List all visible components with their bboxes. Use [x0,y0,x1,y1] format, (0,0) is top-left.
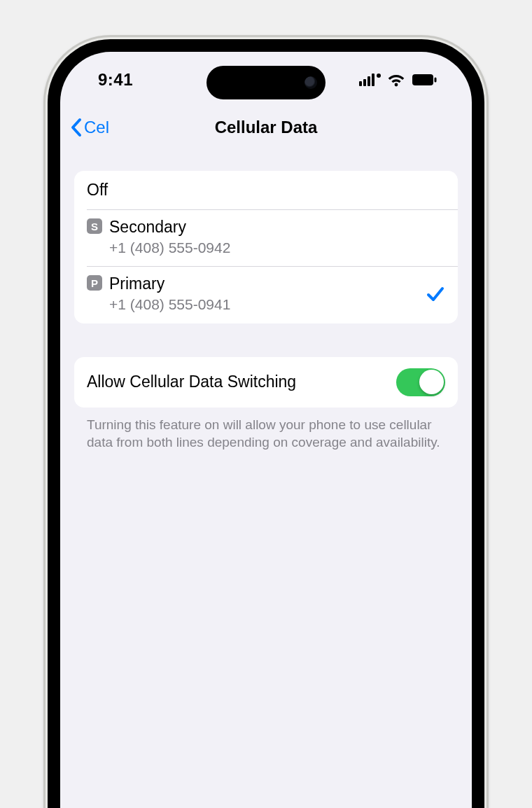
toggle-knob [419,370,444,394]
sim-text: Secondary +1 (408) 555-0942 [109,216,445,258]
allow-switching-toggle[interactable] [396,368,445,396]
device-frame: 9:41 [43,35,489,808]
wifi-icon [387,73,405,87]
sim-phone: +1 (408) 555-0942 [109,238,445,258]
sim-name: Secondary [109,216,445,238]
back-label: Cel [84,118,109,137]
svg-point-0 [395,83,398,87]
data-line-group: Off S Secondary +1 (408) 555-0942 P Prim… [74,171,458,323]
status-time: 9:41 [98,70,133,90]
checkmark-icon [426,285,445,303]
allow-switching-footer: Turning this feature on will allow your … [74,408,458,452]
back-button[interactable]: Cel [70,118,109,137]
chevron-left-icon [70,118,83,137]
status-indicators [359,73,437,87]
cellular-data-off-row[interactable]: Off [74,171,458,209]
section-spacer [74,323,458,357]
page-title: Cellular Data [215,118,318,137]
nav-bar: Cel Cellular Data [60,108,472,147]
allow-switching-row[interactable]: Allow Cellular Data Switching [74,357,458,408]
svg-rect-2 [435,78,437,83]
cellular-signal-icon [359,74,381,86]
content: Off S Secondary +1 (408) 555-0942 P Prim… [60,147,472,452]
svg-rect-1 [412,74,433,85]
device-bezel: 9:41 [48,39,484,808]
off-label: Off [87,181,108,200]
sim-badge-icon: S [87,218,102,234]
battery-icon [412,74,437,86]
sim-text: Primary +1 (408) 555-0941 [109,273,417,314]
allow-switching-label: Allow Cellular Data Switching [87,372,296,391]
sim-row-secondary[interactable]: S Secondary +1 (408) 555-0942 [74,209,458,266]
sim-name: Primary [109,273,417,295]
status-bar: 9:41 [60,52,472,108]
sim-row-primary[interactable]: P Primary +1 (408) 555-0941 [74,266,458,323]
sim-badge-icon: P [87,275,102,291]
sim-phone: +1 (408) 555-0941 [109,295,417,314]
screen: 9:41 [60,52,472,808]
